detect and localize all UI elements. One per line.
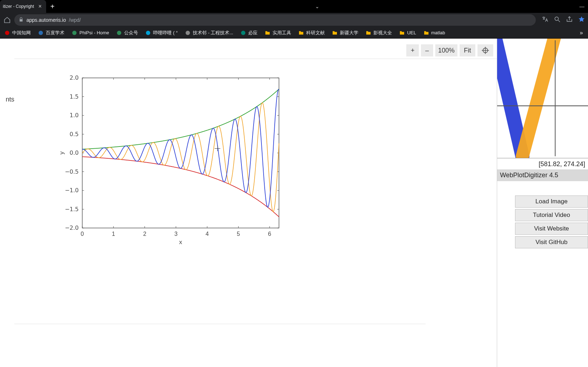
bookmark-star-icon[interactable] (578, 16, 585, 24)
tab-title: itizer - Copyright (3, 4, 34, 9)
bookmark-item[interactable]: 必应 (237, 28, 260, 38)
bookmark-item[interactable]: 影视大全 (363, 28, 395, 38)
lock-icon (19, 17, 24, 23)
folder-icon (423, 30, 429, 36)
app-title: WebPlotDigitizer 4.5 (497, 169, 588, 181)
folder-icon (265, 30, 270, 36)
bookmark-item[interactable]: 新疆大学 (329, 28, 361, 38)
bookmark-label: 技术邻 - 工程技术... (193, 30, 233, 36)
home-icon[interactable] (3, 16, 11, 24)
translate-icon[interactable] (542, 16, 549, 24)
svg-text:6: 6 (268, 231, 271, 237)
svg-line-1 (558, 20, 560, 22)
tutorial-video-button[interactable]: Tutorial Video (515, 209, 588, 221)
zoom-controls: + – 100% Fit (406, 44, 493, 56)
site-icon (116, 30, 122, 36)
bookmark-item[interactable]: 哔哩哔哩 ( ° (142, 28, 181, 38)
active-tab[interactable]: itizer - Copyright × (0, 0, 46, 13)
svg-point-8 (241, 31, 245, 35)
bookmark-label: 百度学术 (46, 30, 64, 36)
address-row: apps.automeris.io/wpd/ (0, 13, 588, 27)
bookmark-label: 中国知网 (12, 30, 31, 36)
bookmark-item[interactable]: UEL (396, 29, 419, 37)
site-icon (145, 30, 151, 36)
folder-icon (298, 30, 304, 36)
bookmark-label: 哔哩哔哩 ( ° (153, 30, 178, 36)
bookmark-label: UEL (407, 30, 416, 35)
svg-text:−2.0: −2.0 (65, 224, 79, 231)
site-icon (4, 30, 10, 36)
svg-text:2: 2 (143, 231, 146, 237)
tab-strip: itizer - Copyright × + ⌄ — (0, 0, 588, 13)
svg-text:−1.5: −1.5 (65, 206, 79, 213)
cropped-text: nts (6, 96, 14, 103)
svg-text:x: x (179, 239, 182, 246)
svg-text:2.0: 2.0 (70, 74, 79, 81)
visit-website-button[interactable]: Visit Website (515, 223, 588, 235)
tab-overflow-icon[interactable]: ⌄ (312, 4, 323, 9)
bookmarks-overflow-icon[interactable]: » (576, 30, 587, 36)
zoom-level-button[interactable]: 100% (435, 44, 457, 56)
share-icon[interactable] (566, 16, 573, 24)
close-tab-icon[interactable]: × (37, 3, 43, 10)
svg-point-4 (72, 31, 77, 35)
bookmark-label: PhiPsi - Home (79, 30, 109, 35)
bookmark-label: 实用工具 (273, 30, 291, 36)
bookmark-item[interactable]: 技术邻 - 工程技术... (182, 28, 236, 38)
svg-text:0.5: 0.5 (70, 131, 79, 138)
svg-text:1: 1 (112, 231, 115, 237)
url-path: /wpd/ (69, 17, 81, 23)
zoom-in-button[interactable]: + (406, 44, 419, 56)
crosshair-toggle-icon[interactable] (477, 44, 493, 56)
new-tab-button[interactable]: + (46, 3, 59, 11)
svg-text:0.0: 0.0 (70, 149, 79, 156)
svg-text:y: y (58, 151, 65, 154)
svg-text:1.0: 1.0 (70, 112, 79, 119)
svg-text:−0.5: −0.5 (65, 168, 79, 175)
bookmark-item[interactable]: matlab (421, 29, 448, 37)
bookmark-item[interactable]: 百度学术 (35, 28, 67, 38)
bookmark-label: 影视大全 (373, 30, 392, 36)
svg-text:3: 3 (174, 231, 177, 237)
svg-text:−1.0: −1.0 (65, 187, 79, 194)
svg-point-7 (186, 31, 190, 35)
left-cropped-panel: nts (0, 39, 14, 367)
divider (14, 324, 426, 324)
svg-text:5: 5 (237, 231, 240, 237)
zoom-page-icon[interactable] (554, 16, 561, 24)
svg-point-5 (117, 31, 121, 35)
svg-text:4: 4 (206, 231, 209, 237)
bookmark-item[interactable]: PhiPsi - Home (69, 29, 112, 37)
zoom-fit-button[interactable]: Fit (460, 44, 475, 56)
load-image-button[interactable]: Load Image (515, 195, 588, 208)
site-icon (38, 30, 44, 36)
bookmark-label: 必应 (248, 30, 258, 36)
folder-icon (332, 30, 338, 36)
bookmark-item[interactable]: 科研文献 (295, 28, 328, 38)
plot-canvas[interactable]: −2.0−1.5−1.0−0.50.00.51.01.52.00123456xy (57, 74, 286, 242)
bookmark-label: 科研文献 (306, 30, 325, 36)
bookmark-item[interactable]: 公众号 (113, 28, 141, 38)
svg-text:1.5: 1.5 (70, 93, 79, 100)
site-icon (72, 30, 77, 36)
svg-text:0: 0 (81, 231, 84, 237)
bookmark-item[interactable]: 实用工具 (262, 28, 294, 38)
side-buttons: Load ImageTutorial VideoVisit WebsiteVis… (497, 195, 588, 248)
window-minimize-icon[interactable]: — (576, 4, 588, 9)
address-bar[interactable]: apps.automeris.io/wpd/ (14, 14, 536, 26)
main-view[interactable]: + – 100% Fit −2.0−1.5−1.0−0.50.00.51.01.… (14, 39, 497, 367)
bookmark-item[interactable]: 中国知网 (1, 28, 34, 38)
svg-point-0 (555, 17, 558, 20)
chart-svg: −2.0−1.5−1.0−0.50.00.51.01.52.00123456xy (57, 74, 286, 249)
site-icon (185, 30, 191, 36)
url-host: apps.automeris.io (26, 17, 66, 23)
folder-icon (366, 30, 371, 36)
site-icon (240, 30, 246, 36)
app-container: nts + – 100% Fit −2.0−1.5−1.0−0.50.00.51… (0, 39, 588, 367)
visit-github-button[interactable]: Visit GitHub (515, 236, 588, 248)
zoom-out-button[interactable]: – (421, 44, 433, 56)
folder-icon (399, 30, 405, 36)
svg-point-2 (5, 31, 9, 35)
svg-point-3 (39, 31, 43, 35)
zoom-preview (497, 39, 588, 158)
